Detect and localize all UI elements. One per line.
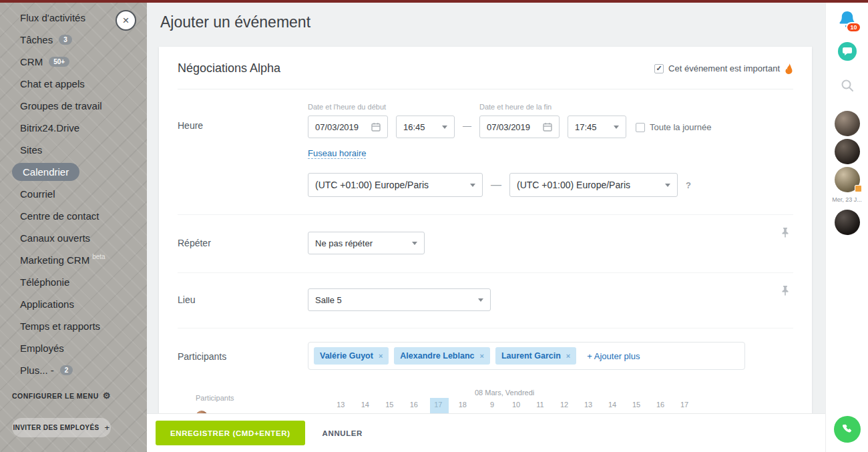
location-row: Lieu Salle 5 <box>178 273 793 328</box>
participants-input[interactable]: Valérie Guyot × Alexandre Leblanc × Laur… <box>308 342 745 370</box>
right-rail: 10 Mer, 23 J... <box>825 0 868 452</box>
event-form-card: Négociations Alpha ✓ Cet événement est i… <box>159 47 812 414</box>
form-footer: ENREGISTRER (CMD+ENTER) ANNULER <box>147 414 825 452</box>
chevron-down-icon <box>614 126 619 129</box>
flame-icon <box>785 63 793 74</box>
chevron-down-icon <box>442 126 447 129</box>
all-day-toggle: Toute la journée <box>636 122 712 132</box>
all-day-checkbox[interactable] <box>636 123 645 132</box>
location-select[interactable]: Salle 5 <box>308 288 491 311</box>
remove-participant-icon[interactable]: × <box>379 352 383 360</box>
pin-icon[interactable] <box>781 227 789 240</box>
chevron-down-icon <box>470 184 475 187</box>
main-panel: Ajouter un événement Négociations Alpha … <box>147 0 825 452</box>
sidebar-item-employes[interactable]: Employés <box>0 337 147 359</box>
chevron-down-icon <box>665 184 670 187</box>
sidebar-item-marketing-crm[interactable]: Marketing CRMbeta <box>0 249 147 271</box>
save-button[interactable]: ENREGISTRER (CMD+ENTER) <box>156 421 305 445</box>
calendar-icon <box>543 122 552 132</box>
invite-employees-button[interactable]: INVITER DES EMPLOYÉS + <box>12 418 111 437</box>
telephony-button[interactable] <box>834 416 861 443</box>
participant-chip[interactable]: Alexandre Leblanc × <box>394 347 490 365</box>
timezone-link[interactable]: Fuseau horaire <box>308 148 366 159</box>
sidebar-item-taches[interactable]: Tâches3 <box>0 29 147 51</box>
timezone-to-select[interactable]: (UTC +01:00) Europe/Paris <box>509 173 678 197</box>
chevron-down-icon <box>478 298 483 302</box>
important-toggle: ✓ Cet événement est important <box>654 63 793 74</box>
close-slider-button[interactable]: × <box>116 10 136 31</box>
sidebar-item-centre-contact[interactable]: Centre de contact <box>0 205 147 227</box>
close-icon: × <box>123 14 130 27</box>
sidebar-item-drive[interactable]: Bitrix24.Drive <box>0 117 147 139</box>
plus-icon: + <box>105 423 110 433</box>
avatar[interactable] <box>835 139 860 164</box>
sidebar-item-temps-rapports[interactable]: Temps et rapports <box>0 315 147 337</box>
sidebar-item-calendrier[interactable]: Calendrier <box>0 161 147 183</box>
sidebar-item-canaux-ouverts[interactable]: Canaux ouverts <box>0 227 147 249</box>
selected-item-pill: Calendrier <box>12 163 79 181</box>
event-title-input[interactable]: Négociations Alpha <box>178 61 280 75</box>
avatar[interactable] <box>835 111 860 136</box>
end-date-input[interactable]: 07/03/2019 <box>479 116 560 138</box>
start-date-input[interactable]: 07/03/2019 <box>308 116 388 138</box>
participants-row-label: Participants <box>178 342 308 370</box>
repeat-row: Répéter Ne pas répéter <box>178 215 793 273</box>
participants-row: Participants Valérie Guyot × Alexandre L… <box>178 328 793 381</box>
messenger-button[interactable] <box>837 41 857 64</box>
check-icon: ✓ <box>656 64 662 73</box>
configure-menu-button[interactable]: CONFIGURER LE MENU ⚙ <box>0 391 147 401</box>
card-header: Négociations Alpha ✓ Cet événement est i… <box>178 47 793 75</box>
event-time-highlight <box>430 398 449 414</box>
range-dash: — <box>463 121 471 131</box>
avatar[interactable] <box>835 167 860 192</box>
search-icon <box>841 79 854 92</box>
help-icon[interactable]: ? <box>686 180 691 190</box>
gear-icon: ⚙ <box>103 391 111 401</box>
sidebar-item-crm[interactable]: CRM50+ <box>0 51 147 73</box>
schedule-col-label: Participants <box>196 394 322 402</box>
avatar[interactable] <box>835 210 860 235</box>
important-label: Cet événement est important <box>668 63 780 73</box>
repeat-select[interactable]: Ne pas répéter <box>308 232 425 254</box>
sidebar-item-applications[interactable]: Applications <box>0 293 147 315</box>
all-day-label: Toute la journée <box>650 122 712 132</box>
timezone-from-select[interactable]: (UTC +01:00) Europe/Paris <box>308 173 483 197</box>
time-row-label: Heure <box>178 103 308 197</box>
remove-participant-icon[interactable]: × <box>566 352 570 360</box>
sidebar-item-telephonie[interactable]: Téléphonie <box>0 271 147 293</box>
schedule-hour-ticks: 13 14 15 16 17 18 9 10 11 12 13 14 <box>322 401 696 409</box>
notifications-button[interactable]: 10 <box>839 11 856 32</box>
end-time-select[interactable]: 17:45 <box>568 116 626 138</box>
sidebar-item-sites[interactable]: Sites <box>0 139 147 161</box>
availability-schedule: Participants Valérie Guyot Laurent Garci… <box>178 387 793 414</box>
cancel-button[interactable]: ANNULER <box>322 429 363 437</box>
participant-chip[interactable]: Laurent Garcin × <box>495 347 576 365</box>
notification-count-badge: 10 <box>846 22 861 33</box>
end-datetime-label: Date et heure de la fin <box>479 103 626 111</box>
important-checkbox[interactable]: ✓ <box>654 64 664 73</box>
sidebar-item-courriel[interactable]: Courriel <box>0 183 147 205</box>
pin-icon[interactable] <box>781 285 789 298</box>
sidebar-item-plus[interactable]: Plus... -2 <box>0 359 147 381</box>
taches-count-badge: 3 <box>59 35 72 45</box>
range-dash: — <box>491 179 501 191</box>
calendar-icon <box>371 122 381 132</box>
schedule-grid[interactable]: 08 Mars, Vendredi 13 14 15 16 17 18 9 10 <box>322 387 696 414</box>
repeat-row-label: Répéter <box>178 232 308 254</box>
page-title: Ajouter un événement <box>160 13 825 31</box>
participant-chip[interactable]: Valérie Guyot × <box>314 347 389 365</box>
add-participant-link[interactable]: + Ajouter plus <box>587 351 640 361</box>
location-row-label: Lieu <box>178 288 308 311</box>
phone-icon <box>841 423 853 435</box>
sidebar-item-chat-appels[interactable]: Chat et appels <box>0 73 147 95</box>
sidebar: Flux d'activités Tâches3 CRM50+ Chat et … <box>0 0 147 452</box>
search-button[interactable] <box>841 79 854 95</box>
plus-count-badge: 2 <box>60 365 73 375</box>
rail-date-label: Mer, 23 J... <box>832 196 862 203</box>
beta-tag: beta <box>92 253 105 260</box>
start-time-select[interactable]: 16:45 <box>396 116 455 138</box>
time-fields: Date et l'heure du début 07/03/2019 16:4… <box>308 103 712 197</box>
calendar-badge-icon <box>855 185 862 192</box>
sidebar-item-groupes-travail[interactable]: Groupes de travail <box>0 95 147 117</box>
remove-participant-icon[interactable]: × <box>480 352 484 360</box>
